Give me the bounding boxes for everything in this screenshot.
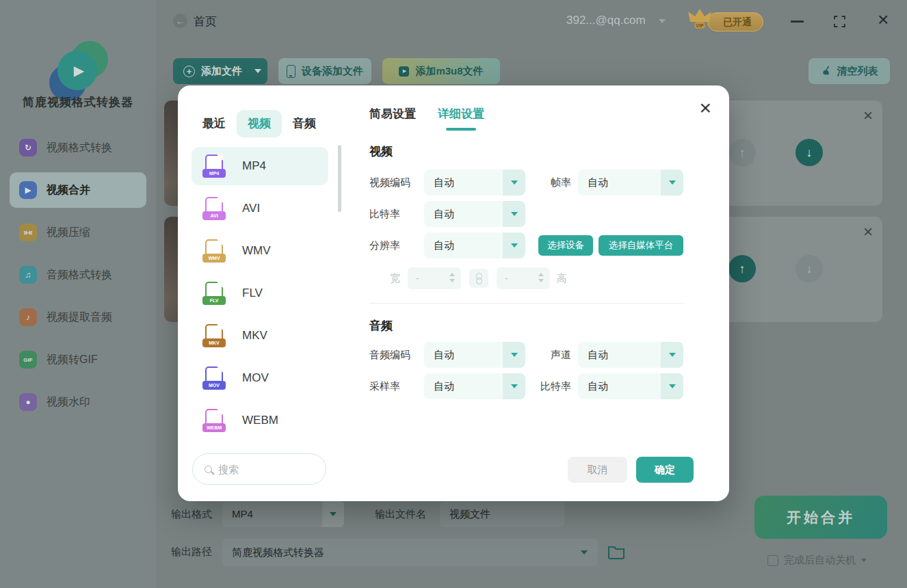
audio-bitrate-select[interactable]: 自动 [578,373,683,399]
search-icon [205,466,212,473]
format-label: MKV [242,329,267,343]
output-format-select[interactable]: MP4 [222,501,344,527]
folder-icon[interactable] [607,544,625,559]
sidebar-item-extract-audio[interactable]: ♪ 视频提取音频 [10,299,146,335]
video-codec-select[interactable]: 自动 [424,170,525,196]
app-title: 简鹿视频格式转换器 [0,94,156,110]
auto-shutdown-option[interactable]: 完成后自动关机 [767,554,867,567]
checkbox[interactable] [767,555,778,566]
channel-label: 声道 [534,342,571,368]
audio-bitrate-label: 比特率 [534,373,571,399]
clear-list-button[interactable]: 清空列表 [809,58,890,84]
channel-select[interactable]: 自动 [578,342,683,368]
output-path-select[interactable]: 简鹿视频格式转换器 [222,539,597,566]
audio-convert-icon: ♫ [19,266,37,284]
sidebar-item-video-merge[interactable]: ▶ 视频合并 [10,172,146,208]
audio-codec-select[interactable]: 自动 [424,342,525,368]
add-file-dropdown-caret[interactable] [248,58,267,84]
minimize-icon[interactable] [791,21,804,23]
format-item-mp4[interactable]: MP4 MP4 [192,147,328,185]
confirm-button[interactable]: 确定 [636,457,694,483]
webm-file-icon: WEBM [204,409,224,432]
account-caret-icon[interactable] [659,19,666,23]
sample-rate-select[interactable]: 自动 [424,373,525,399]
vip-badge[interactable]: 已开通 VIP [687,7,769,37]
output-path-value: 简鹿视频格式转换器 [232,539,324,566]
close-icon[interactable]: × [699,98,711,118]
sidebar-item-video-to-gif[interactable]: GIF 视频转GIF [10,342,146,377]
sidebar-item-watermark[interactable]: ● 视频水印 [10,384,146,420]
remove-file-icon[interactable]: × [863,222,873,241]
width-stepper[interactable]: - [408,267,461,289]
video-bitrate-label: 比特率 [369,201,400,227]
output-filename-input[interactable] [440,501,564,527]
cancel-button[interactable]: 取消 [568,457,627,483]
start-merge-button[interactable]: 开始合并 [754,496,887,539]
add-file-button[interactable]: + 添加文件 [173,58,252,84]
tab-audio[interactable]: 音频 [293,110,316,137]
device-add-file-button[interactable]: 设备添加文件 [278,58,371,84]
audio-section-title: 音频 [369,318,393,334]
height-label: 高 [557,267,567,289]
sample-rate-label: 采样率 [369,373,400,399]
format-item-mov[interactable]: MOV MOV [192,359,328,397]
format-item-flv[interactable]: FLV FLV [192,274,328,312]
height-stepper[interactable]: - [497,267,550,289]
video-convert-icon: ↻ [19,139,37,157]
add-m3u8-button[interactable]: ▶ 添加m3u8文件 [382,58,500,84]
scrollbar-thumb[interactable] [338,145,341,212]
settings-panel: 简易设置 详细设置 × 视频 视频编码 自动 帧率 自动 比特率 [342,85,729,501]
framerate-select[interactable]: 自动 [578,170,683,196]
window-close-icon[interactable]: × [878,10,889,30]
add-file-label: 添加文件 [201,65,242,78]
flv-file-icon: FLV [204,282,224,305]
plus-icon: + [183,66,195,77]
resolution-select[interactable]: 自动 [424,232,525,258]
video-codec-label: 视频编码 [369,170,410,196]
format-item-webm[interactable]: WEBM WEBM [192,401,328,440]
tab-recent[interactable]: 最近 [202,110,226,137]
format-label: WMV [242,244,271,258]
move-up-button[interactable]: ↑ [728,139,756,166]
select-device-button[interactable]: 选择设备 [538,235,593,256]
watermark-icon: ● [19,393,37,411]
crown-icon: VIP [687,7,713,30]
move-down-button[interactable]: ↓ [796,139,823,166]
output-path-label: 输出路径 [171,539,212,565]
stepper-arrows-icon[interactable] [449,273,455,282]
video-section-title: 视频 [369,144,393,159]
select-platform-button[interactable]: 选择自媒体平台 [599,235,683,256]
sidebar-item-label: 视频提取音频 [47,310,112,325]
broom-icon [821,66,832,77]
extract-audio-icon: ♪ [19,308,37,326]
stepper-arrows-icon[interactable] [538,273,544,282]
tab-detailed-settings[interactable]: 详细设置 [438,106,484,122]
remove-file-icon[interactable]: × [863,106,873,125]
shutdown-caret-icon[interactable] [861,559,867,562]
video-bitrate-select[interactable]: 自动 [424,201,525,227]
format-panel: 最近 视频 音频 MP4 MP4 AVI AVI [178,85,342,501]
sidebar-item-video-convert[interactable]: ↻ 视频格式转换 [10,130,146,165]
back-button[interactable]: ← [173,14,187,28]
video-compress-icon: »« [19,224,37,241]
account-email[interactable]: 392...@qq.com [566,14,646,27]
aspect-link-icon[interactable] [469,269,488,288]
home-label[interactable]: 首页 [194,14,217,29]
maximize-icon[interactable] [834,16,845,27]
move-down-button[interactable]: ↓ [796,255,823,282]
search-input[interactable] [218,464,307,475]
gif-icon: GIF [19,351,37,369]
format-label: MOV [242,371,269,385]
tab-simple-settings[interactable]: 简易设置 [369,106,416,122]
width-label: 宽 [390,267,400,289]
format-item-wmv[interactable]: WMV WMV [192,232,328,270]
format-label: FLV [242,286,263,300]
sidebar-item-label: 视频合并 [47,183,90,198]
sidebar-item-video-compress[interactable]: »« 视频压缩 [10,215,146,250]
tab-video[interactable]: 视频 [237,110,282,137]
format-item-avi[interactable]: AVI AVI [192,189,328,228]
sidebar-item-label: 视频格式转换 [47,141,112,155]
format-item-mkv[interactable]: MKV MKV [192,317,328,355]
move-up-button[interactable]: ↑ [728,255,756,282]
sidebar-item-audio-convert[interactable]: ♫ 音频格式转换 [10,257,146,293]
